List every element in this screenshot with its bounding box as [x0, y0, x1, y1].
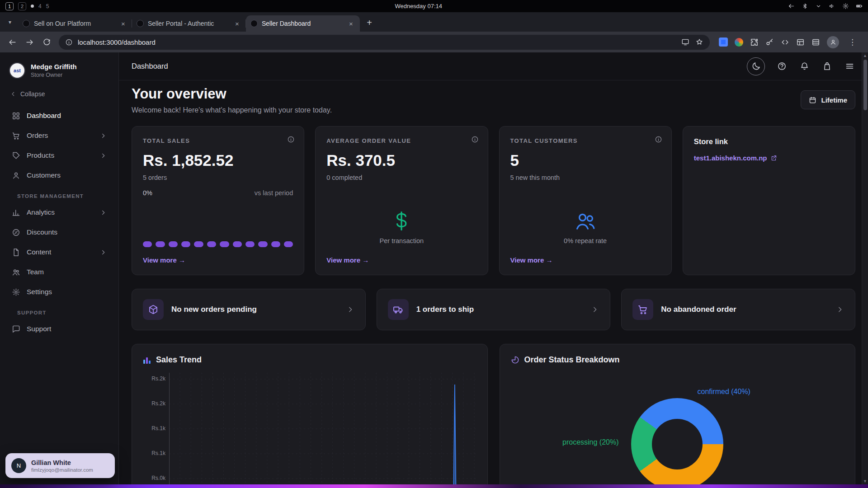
- info-icon[interactable]: [655, 136, 662, 143]
- table-columns-icon[interactable]: [796, 38, 805, 47]
- forward-button[interactable]: [22, 34, 37, 50]
- system-tray: [788, 3, 863, 9]
- sidebar-item-products[interactable]: Products: [5, 145, 113, 165]
- code-icon[interactable]: [781, 38, 789, 47]
- sidebar-item-analytics[interactable]: Analytics: [5, 202, 113, 222]
- main-header: Dashboard: [119, 52, 868, 80]
- store-link[interactable]: test1.abishekn.com.np: [694, 154, 844, 162]
- address-input[interactable]: localhost:3000/dashboard: [78, 38, 156, 46]
- extension-icon-1[interactable]: [719, 38, 728, 47]
- avg-order-caption: Per transaction: [380, 237, 424, 244]
- delta-note: vs last period: [255, 189, 293, 197]
- scroll-down-icon[interactable]: ▼: [863, 478, 867, 484]
- workspace-2[interactable]: 2: [18, 2, 26, 10]
- site-info-icon[interactable]: [65, 38, 73, 46]
- notifications-button[interactable]: [798, 61, 810, 72]
- address-bar[interactable]: localhost:3000/dashboard: [59, 35, 710, 50]
- view-more-link[interactable]: View more →: [326, 256, 476, 264]
- date-range-button[interactable]: Lifetime: [801, 90, 855, 109]
- total-sales-value: Rs. 1,852.52: [143, 151, 293, 169]
- tab-seller-dashboard[interactable]: Seller Dashboard ×: [246, 15, 360, 32]
- user-toast[interactable]: N Gillian White fimlzyjoqo@mailinator.co…: [5, 453, 115, 478]
- storefront-button[interactable]: [821, 61, 833, 72]
- reload-button[interactable]: [39, 34, 54, 50]
- tab-strip: ▾ Sell on Our Platform × Seller Portal -…: [0, 12, 868, 32]
- dollar-icon: [390, 209, 413, 233]
- bookmark-star-icon[interactable]: [695, 38, 703, 46]
- chevron-right-icon: [100, 152, 107, 159]
- page-scrollbar[interactable]: ▲ ▼: [862, 52, 868, 484]
- view-more-link[interactable]: View more →: [143, 256, 293, 264]
- y-tick: Rs.2k: [143, 375, 165, 382]
- sidebar-item-orders[interactable]: Orders: [5, 126, 113, 145]
- y-tick: Rs.1k: [143, 425, 165, 432]
- avg-order-value: Rs. 370.5: [326, 151, 476, 169]
- total-customers-value: 5: [510, 151, 660, 169]
- abandoned-orders-card[interactable]: No abandoned order: [621, 289, 855, 330]
- orders-to-ship-card[interactable]: 1 orders to ship: [377, 289, 611, 330]
- action-label: No abandoned order: [661, 305, 736, 314]
- sidebar-item-team[interactable]: Team: [5, 262, 113, 282]
- menu-button[interactable]: [844, 61, 855, 72]
- bluetooth-icon[interactable]: [802, 3, 808, 9]
- help-button[interactable]: [776, 61, 788, 72]
- arrow-left-icon[interactable]: [788, 3, 795, 9]
- new-tab-button[interactable]: +: [363, 16, 376, 29]
- customers-icon: [12, 171, 20, 180]
- support-icon: [12, 325, 20, 333]
- scroll-up-icon[interactable]: ▲: [863, 52, 867, 59]
- workspace-4[interactable]: 4: [38, 3, 42, 9]
- sidebar-item-content[interactable]: Content: [5, 242, 113, 262]
- sidebar-item-label: Content: [27, 248, 51, 256]
- scrollbar-thumb[interactable]: [863, 60, 867, 110]
- volume-icon[interactable]: [829, 3, 835, 9]
- tab-sell-on-our-platform[interactable]: Sell on Our Platform ×: [18, 15, 132, 32]
- pending-orders-card[interactable]: No new orders pending: [132, 289, 366, 330]
- install-app-icon[interactable]: [681, 38, 689, 46]
- workspace-3-dot-icon[interactable]: [31, 5, 34, 8]
- table-rows-icon[interactable]: [811, 38, 820, 47]
- gear-icon[interactable]: [842, 3, 849, 9]
- theme-toggle-button[interactable]: [747, 57, 765, 75]
- browser-profile-avatar[interactable]: [827, 36, 839, 48]
- password-key-icon[interactable]: [765, 38, 774, 47]
- battery-icon[interactable]: [856, 3, 863, 9]
- store-owner-role: Store Owner: [31, 72, 77, 78]
- screen: 1 2 4 5 Wednesday 07:14 ▾ Sell on Our Pl…: [0, 0, 868, 488]
- donut-label-confirmed: confirmed (40%): [698, 388, 750, 396]
- y-tick: Rs.1k: [143, 450, 165, 456]
- store-profile[interactable]: ast Medge Griffith Store Owner: [0, 52, 118, 85]
- y-tick: Rs.0k: [143, 475, 165, 481]
- view-more-link[interactable]: View more →: [510, 256, 660, 264]
- tab-close-icon[interactable]: ×: [347, 19, 355, 28]
- tab-seller-portal[interactable]: Seller Portal - Authentic ×: [132, 15, 246, 32]
- tab-search-button[interactable]: ▾: [4, 16, 16, 28]
- workspace-5[interactable]: 5: [46, 3, 49, 9]
- sidebar: ast Medge Griffith Store Owner Collapse …: [0, 52, 119, 484]
- sidebar-item-settings[interactable]: Settings: [5, 282, 113, 302]
- caret-down-icon[interactable]: [815, 3, 822, 9]
- sidebar-item-customers[interactable]: Customers: [5, 165, 113, 185]
- sidebar-item-support[interactable]: Support: [5, 319, 113, 339]
- sidebar-item-dashboard[interactable]: Dashboard: [5, 106, 113, 126]
- extensions-puzzle-icon[interactable]: [750, 38, 759, 47]
- action-label: No new orders pending: [171, 305, 257, 314]
- y-tick: Rs.2k: [143, 400, 165, 407]
- sidebar-item-discounts[interactable]: Discounts: [5, 222, 113, 242]
- sidebar-item-label: Products: [27, 151, 54, 160]
- info-icon[interactable]: [287, 136, 295, 143]
- tab-close-icon[interactable]: ×: [119, 19, 127, 28]
- date-range-label: Lifetime: [821, 96, 847, 104]
- sidebar-item-label: Dashboard: [27, 112, 61, 120]
- back-button[interactable]: [5, 34, 20, 50]
- analytics-icon: [12, 208, 20, 217]
- info-icon[interactable]: [471, 136, 479, 143]
- workspace-1[interactable]: 1: [5, 2, 14, 10]
- tab-close-icon[interactable]: ×: [233, 19, 241, 28]
- stat-label: TOTAL CUSTOMERS: [510, 137, 660, 144]
- browser-menu-icon[interactable]: ⋮: [846, 38, 859, 47]
- extension-icon-2[interactable]: [735, 38, 743, 47]
- sidebar-collapse-button[interactable]: Collapse: [0, 85, 118, 106]
- pie-chart-icon: [511, 356, 519, 364]
- hamburger-icon: [845, 61, 854, 71]
